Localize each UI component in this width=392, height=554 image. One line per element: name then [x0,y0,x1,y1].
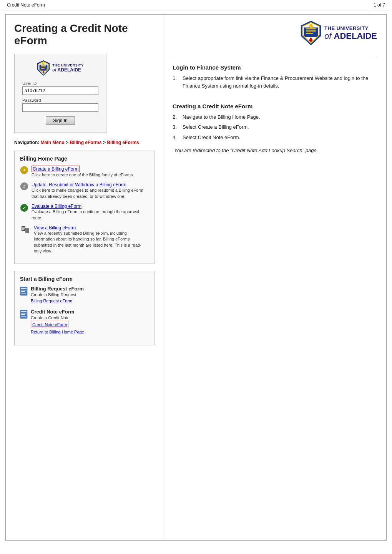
step-text-4: Select Credit Note eForm. [183,134,240,141]
user-id-input[interactable] [22,86,98,95]
page-pagination: 1 of 7 [374,2,385,8]
step-text-1: Select appropriate form link via the Fin… [183,75,377,90]
view-billing-link[interactable]: View a Billing eForm [34,225,76,231]
page-header-title: Credit Note eForm [7,2,45,8]
svg-rect-19 [22,229,24,230]
svg-point-4 [42,63,45,65]
login-section: Login to Finance System 1. Select approp… [173,64,377,92]
svg-rect-28 [21,314,25,315]
create-billing-link-box: Create a Billing eForm [32,166,80,172]
svg-rect-35 [306,28,316,29]
uni-name-small: THE UNIVERSITY of ADELAIDE [52,63,84,73]
uni-logo-large: THE UNIVERSITY of ADELAIDE [301,21,377,45]
start-billing-box: Start a Billing eForm Billing Request eF… [14,271,154,345]
billing-request-link[interactable]: Billing Request eForm [31,299,72,303]
update-billing-icon: ↺ [20,182,28,191]
create-section: Creating a Credit Note eForm 2. Navigate… [173,103,377,154]
svg-rect-27 [21,313,27,313]
uni-shield-large-icon [301,21,321,45]
login-step-1: 1. Select appropriate form link via the … [173,75,377,90]
login-box: THE UNIVERSITY of ADELAIDE User ID Passw… [14,54,106,133]
svg-rect-7 [41,68,45,69]
svg-rect-5 [41,65,46,66]
svg-rect-22 [21,290,27,290]
uni-shield-small-icon [37,60,50,76]
svg-text:+: + [23,167,26,173]
svg-point-34 [309,24,313,28]
page-title: Creating a Credit Note eForm [14,22,154,47]
nav-billing-eforms-1[interactable]: Billing eForms [70,140,101,145]
create-step-2: 2. Navigate to the Billing Home Page. [173,113,377,121]
step-text-2: Navigate to the Billing Home Page. [183,113,260,121]
user-id-label: User ID [22,81,98,86]
update-billing-link[interactable]: Update, Resubmit or Withdraw a Billing e… [32,182,126,187]
sign-in-button[interactable]: Sign In [46,116,75,125]
return-to-billing-link[interactable]: Return to Billing Home Page [31,330,84,334]
right-divider [173,57,377,57]
evaluate-billing-icon: ✓ [20,204,28,212]
credit-note-link-box: Credit Note eForm [31,321,68,328]
svg-rect-17 [22,227,25,228]
svg-text:✓: ✓ [22,205,26,211]
evaluate-billing-link[interactable]: Evaluate a Billing eForm [32,204,81,209]
outer-border: Creating a Credit Note eForm [5,14,387,541]
billing-item-update: ↺ Update, Resubmit or Withdraw a Billing… [20,182,149,199]
svg-rect-6 [41,66,46,67]
svg-rect-23 [21,291,25,292]
password-input[interactable] [22,103,98,112]
step-num-2: 2. [173,113,179,121]
create-billing-icon: + [20,166,28,174]
billing-item-view: View a Billing eForm View a recently sub… [20,225,149,254]
step-text-3: Select Create a Billing eForm. [183,123,249,131]
billing-request-icon [20,287,28,296]
svg-rect-29 [21,316,26,317]
login-logo-area: THE UNIVERSITY of ADELAIDE [22,60,98,76]
step-num-4: 4. [173,134,179,141]
svg-rect-16 [25,228,29,233]
svg-rect-24 [21,293,26,294]
svg-rect-36 [306,30,316,32]
nav-label: Navigation: [14,140,41,145]
start-item-billing-request: Billing Request eForm Create a Billing R… [20,286,149,304]
password-label: Password [22,98,98,103]
credit-note-icon [20,310,28,319]
billing-item-create: + Create a Billing eForm Click here to c… [20,166,149,178]
svg-rect-37 [306,33,312,34]
start-billing-title: Start a Billing eForm [20,276,149,282]
billing-home-box: Billing Home Page + Create a Billing eFo… [14,151,154,264]
billing-home-title: Billing Home Page [20,156,149,162]
nav-main-menu[interactable]: Main Menu [41,140,65,145]
evaluate-billing-desc: Evaluate a Billing eForm to continue thr… [32,209,149,221]
svg-rect-21 [21,288,27,289]
create-billing-desc: Click here to create one of the Billing … [32,172,134,178]
credit-note-header: Credit Note eForm [31,309,84,315]
billing-request-header: Billing Request eForm [31,286,84,292]
create-section-title: Creating a Credit Note eForm [173,103,377,109]
page-header: Credit Note eForm 1 of 7 [0,0,392,10]
step-num-3: 3. [173,123,179,131]
right-panel: THE UNIVERSITY of ADELAIDE Login to Fina… [163,15,386,540]
svg-text:↺: ↺ [23,184,26,189]
view-billing-desc: View a recently submitted Billing eForm,… [34,231,149,254]
update-billing-desc: Click here to make changes to and resubm… [32,187,149,199]
login-steps: 1. Select appropriate form link via the … [173,75,377,90]
credit-note-sub: Create a Credit Note [31,315,84,320]
svg-rect-18 [22,228,25,229]
login-section-title: Login to Finance System [173,64,377,71]
create-steps: 2. Navigate to the Billing Home Page. 3.… [173,113,377,141]
billing-request-sub: Create a Billing Request [31,292,84,297]
navigation-line: Navigation: Main Menu > Billing eForms >… [14,140,154,145]
italic-redirect-note: You are redirected to the "Credit Note A… [173,147,377,154]
svg-rect-26 [21,311,27,312]
create-step-4: 4. Select Credit Note eForm. [173,134,377,141]
uni-logo-small: THE UNIVERSITY of ADELAIDE [37,60,84,76]
credit-note-link[interactable]: Credit Note eForm [32,322,67,327]
view-billing-icon [20,225,31,234]
create-billing-link[interactable]: Create a Billing eForm [33,166,78,172]
nav-billing-eforms-2[interactable]: Billing eForms [107,140,139,145]
uni-name-large: THE UNIVERSITY of ADELAIDE [324,25,377,41]
start-item-credit-note: Credit Note eForm Create a Credit Note C… [20,309,149,334]
left-panel: Creating a Credit Note eForm [6,15,163,540]
create-step-3: 3. Select Create a Billing eForm. [173,123,377,131]
step-num-1: 1. [173,75,179,90]
